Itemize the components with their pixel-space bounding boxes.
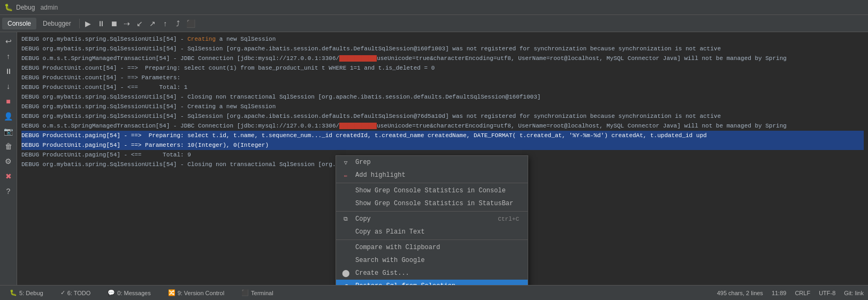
stop-btn[interactable]: ⏹ (108, 18, 120, 29)
evaluate-btn[interactable]: ⤴ (172, 18, 184, 29)
context-menu: ▽ Grep ✏ Add highlight Show Grep Console… (336, 155, 528, 285)
encoding: UTF-8 (819, 290, 835, 296)
step-out-btn[interactable]: ↗ (147, 18, 158, 29)
grep-statusbar-icon (341, 199, 350, 208)
ctx-show-grep-statusbar[interactable]: Show Grep Console Statistics in StatusBa… (336, 197, 528, 210)
creating-keyword: Creating (187, 36, 216, 42)
redacted-text-2: ██████████ (339, 123, 377, 129)
main-layout: ↩ ↑ ⏸ ↓ ■ 👤 📷 🗑 ⚙ ✖ ? DEBUG org.mybatis.… (0, 32, 868, 285)
ctx-copy-plain[interactable]: Copy as Plain Text (336, 226, 528, 238)
log-line: DEBUG o.m.s.t.SpringManagedTransaction[5… (21, 54, 864, 63)
redacted-text: ██████████ (339, 55, 377, 62)
copy-shortcut: Ctrl+C (498, 216, 519, 222)
toolbar-separator (79, 19, 80, 28)
ctx-compare-clipboard[interactable]: Compare with Clipboard (336, 241, 528, 254)
messages-icon: 💬 (108, 289, 115, 296)
status-tab-messages[interactable]: 💬 0: Messages (102, 288, 156, 297)
ctx-create-gist[interactable]: ⬤ Create Gist... (336, 267, 528, 280)
sidebar-delete-btn[interactable]: 🗑 (2, 139, 16, 153)
app-title: Debug (16, 4, 35, 11)
github-icon: ⬤ (341, 269, 350, 278)
sidebar-help-btn[interactable]: ? (2, 184, 16, 198)
log-line: DEBUG o.m.s.t.SpringManagedTransaction[5… (21, 121, 864, 131)
tab-console[interactable]: Console (2, 18, 36, 29)
left-sidebar: ↩ ↑ ⏸ ↓ ■ 👤 📷 🗑 ⚙ ✖ ? (0, 32, 17, 285)
sidebar-user-btn[interactable]: 👤 (2, 109, 16, 123)
restore-icon: ⟲ (341, 282, 350, 285)
title-bar-text: 🐛 Debug admin (4, 3, 58, 11)
console-content: DEBUG org.mybatis.spring.SqlSessionUtils… (17, 32, 868, 171)
vcs-status: Git: link (844, 290, 864, 296)
search-icon (341, 256, 350, 265)
status-tab-debug[interactable]: 🐛 5: Debug (4, 288, 49, 297)
settings-btn[interactable]: ⬛ (185, 18, 197, 29)
log-line: DEBUG org.mybatis.spring.SqlSessionUtils… (21, 44, 864, 54)
vcs-icon: 🔀 (168, 289, 176, 296)
compare-icon (341, 243, 350, 252)
ctx-copy[interactable]: ⧉ Copy Ctrl+C (336, 213, 528, 226)
status-tab-terminal[interactable]: ⬛ Terminal (236, 288, 279, 297)
log-line-selected-1: DEBUG ProductUnit.paging[54] - ==> Prepa… (21, 131, 864, 140)
status-tab-vcs[interactable]: 🔀 9: Version Control (163, 288, 230, 297)
sidebar-stop-btn[interactable]: ■ (2, 94, 16, 108)
log-line: DEBUG org.mybatis.spring.SqlSessionUtils… (21, 92, 864, 102)
sidebar-camera-btn[interactable]: 📷 (2, 124, 16, 138)
log-line: DEBUG ProductUnit.count[54] - <== Total:… (21, 82, 864, 92)
log-line: DEBUG ProductUnit.count[54] - ==> Prepar… (21, 63, 864, 73)
cursor-position: 11:89 (772, 290, 787, 296)
console-area[interactable]: DEBUG org.mybatis.spring.SqlSessionUtils… (17, 32, 868, 285)
toolbar: Console Debugger ▶ ⏸ ⏹ ⇢ ↙ ↗ ↑ ⤴ ⬛ (0, 15, 868, 32)
log-line-selected-2: DEBUG ProductUnit.paging[54] - ==> Param… (21, 140, 864, 150)
pause-btn[interactable]: ⏸ (95, 18, 107, 29)
ctx-grep[interactable]: ▽ Grep (336, 156, 528, 169)
terminal-icon: ⬛ (241, 289, 249, 296)
sidebar-down-btn[interactable]: ↓ (2, 79, 16, 93)
log-line: DEBUG ProductUnit.count[54] - ==> Parame… (21, 73, 864, 82)
ctx-separator-2 (336, 211, 528, 212)
line-ending: CRLF (795, 290, 810, 296)
log-line: DEBUG org.mybatis.spring.SqlSessionUtils… (21, 111, 864, 121)
sidebar-restart-btn[interactable]: ↩ (2, 34, 16, 48)
title-bar: 🐛 Debug admin (0, 0, 868, 15)
ctx-search-google[interactable]: Search with Google (336, 254, 528, 267)
filter-icon: ▽ (341, 158, 350, 167)
ctx-show-grep-console[interactable]: Show Grep Console Statistics in Console (336, 184, 528, 197)
resume-btn[interactable]: ▶ (82, 18, 94, 29)
tab-debugger[interactable]: Debugger (37, 18, 77, 29)
sidebar-up-btn[interactable]: ↑ (2, 49, 16, 63)
run-cursor-btn[interactable]: ↑ (159, 18, 171, 29)
status-right: 495 chars, 2 lines 11:89 CRLF UTF-8 Git:… (717, 290, 864, 296)
ctx-restore-sql[interactable]: ⟲ Restore Sql from Selection (336, 280, 528, 285)
log-line: DEBUG org.mybatis.spring.SqlSessionUtils… (21, 102, 864, 111)
ctx-separator-3 (336, 239, 528, 240)
step-over-btn[interactable]: ⇢ (121, 18, 133, 29)
debug-icon: 🐛 (10, 289, 17, 296)
todo-icon: ✓ (60, 289, 65, 296)
sidebar-close-btn[interactable]: ✖ (2, 169, 16, 183)
copy-plain-icon (341, 228, 350, 236)
sidebar-pause-btn[interactable]: ⏸ (2, 64, 16, 78)
status-tab-todo[interactable]: ✓ 6: TODO (55, 288, 96, 297)
sidebar-settings-btn[interactable]: ⚙ (2, 154, 16, 168)
highlight-icon: ✏ (341, 171, 350, 179)
log-line: DEBUG org.mybatis.spring.SqlSessionUtils… (21, 34, 864, 44)
char-count: 495 chars, 2 lines (717, 290, 763, 296)
ctx-separator-1 (336, 183, 528, 183)
grep-console-icon (341, 186, 350, 195)
step-into-btn[interactable]: ↙ (134, 18, 146, 29)
app-user: admin (40, 4, 58, 11)
ctx-add-highlight[interactable]: ✏ Add highlight (336, 169, 528, 182)
copy-icon: ⧉ (341, 215, 350, 223)
status-bar: 🐛 5: Debug ✓ 6: TODO 💬 0: Messages 🔀 9: … (0, 285, 868, 300)
